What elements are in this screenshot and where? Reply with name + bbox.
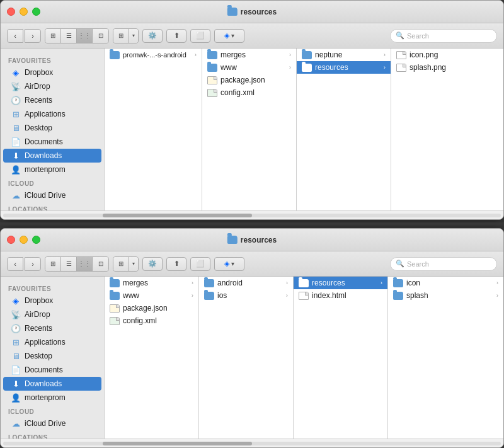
file-item-indexhtml-w2[interactable]: index.html	[294, 289, 387, 302]
share-btn-1[interactable]: ⬆	[166, 29, 186, 43]
column-view-btn-2[interactable]: ⋮⋮	[77, 257, 93, 271]
search-icon-1: 🔍	[396, 32, 404, 40]
window-divider	[0, 222, 504, 226]
file-item-merges-w2[interactable]: merges ›	[105, 277, 198, 289]
file-item-android-w2[interactable]: android ›	[199, 277, 293, 289]
sidebar-item-desktop-2[interactable]: 🖥 Desktop	[3, 349, 101, 363]
file-item-iconpng-w1[interactable]: icon.png	[391, 49, 503, 61]
maximize-button-1[interactable]	[32, 8, 40, 16]
search-box-2[interactable]: 🔍 Search	[390, 257, 497, 271]
file-item-config-w1[interactable]: config.xml	[202, 86, 296, 99]
arrange-dropdown-btn-1[interactable]: ▾	[129, 29, 138, 43]
file-item-neptune-w1[interactable]: neptune ›	[297, 49, 391, 61]
action-btn-2[interactable]: ⚙️	[142, 257, 163, 271]
sidebar-item-downloads-2[interactable]: ⬇ Downloads	[3, 377, 101, 391]
tag-btn-1[interactable]: ⬜	[190, 29, 210, 43]
minimize-button-2[interactable]	[20, 236, 28, 244]
sidebar-item-icloud-1[interactable]: ☁ iCloud Drive	[3, 188, 101, 202]
back-button-1[interactable]: ‹	[7, 29, 23, 43]
file-item-splash-w2[interactable]: splash ›	[388, 289, 503, 302]
sidebar-item-mortenprom-2[interactable]: 👤 mortenprom	[3, 391, 101, 405]
dropbox-btn-2[interactable]: ◈ ▾	[214, 257, 244, 271]
file-item-package-w2[interactable]: package.json	[105, 302, 198, 314]
icon-view-btn-1[interactable]: ⊞	[45, 29, 61, 43]
folder-icon-merges-w1	[207, 51, 217, 59]
file-item-config-w2[interactable]: config.xml	[105, 314, 198, 327]
folder-icon-android-w2	[204, 279, 214, 287]
file-item-resources-w2[interactable]: resources ›	[294, 277, 387, 289]
sidebar-item-dropbox-2[interactable]: ◈ Dropbox	[3, 294, 101, 307]
dropbox-icon-2: ◈	[224, 260, 229, 268]
dropbox-sidebar-icon-1: ◈	[11, 67, 21, 78]
scrollbar-2[interactable]	[1, 439, 503, 447]
title-bar-2: resources	[1, 229, 503, 251]
icon-view-btn-2[interactable]: ⊞	[45, 257, 61, 271]
applications-icon-2: ⊞	[11, 337, 21, 347]
column-1-w1: promwk-...-s-android ›	[105, 49, 202, 210]
cover-view-btn-1[interactable]: ⊡	[93, 29, 108, 43]
list-view-btn-1[interactable]: ☰	[61, 29, 77, 43]
arrange-dropdown-btn-2[interactable]: ▾	[129, 257, 138, 271]
scrollbar-thumb-1	[103, 214, 252, 217]
share-btn-2[interactable]: ⬆	[166, 257, 186, 271]
sidebar-item-desktop-1[interactable]: 🖥 Desktop	[3, 121, 101, 135]
close-button-2[interactable]	[7, 236, 15, 244]
downloads-icon-1: ⬇	[11, 151, 21, 161]
scrollbar-thumb-2	[103, 442, 252, 445]
column-2-w2: android › ios ›	[199, 277, 294, 439]
tag-btn-2[interactable]: ⬜	[190, 257, 210, 271]
file-item-icon-w2[interactable]: icon ›	[388, 277, 503, 289]
sidebar-item-applications-1[interactable]: ⊞ Applications	[3, 107, 101, 121]
sidebar-item-documents-2[interactable]: 📄 Documents	[3, 363, 101, 377]
sidebar-item-documents-1[interactable]: 📄 Documents	[3, 135, 101, 149]
view-btn-group2-1: ⊞ ▾	[113, 28, 139, 43]
file-icon-iconpng-w1	[396, 51, 406, 59]
sidebar-item-airdrop-1[interactable]: 📡 AirDrop	[3, 79, 101, 93]
action-btn-1[interactable]: ⚙️	[142, 29, 163, 43]
icloud-icon-2: ☁	[11, 418, 21, 428]
maximize-button-2[interactable]	[32, 236, 40, 244]
column-view-btn-1[interactable]: ⋮⋮	[77, 29, 93, 43]
cover-view-btn-2[interactable]: ⊡	[93, 257, 108, 271]
search-box-1[interactable]: 🔍 Search	[390, 29, 497, 43]
documents-icon-2: 📄	[11, 365, 21, 375]
forward-button-1[interactable]: ›	[25, 29, 41, 43]
file-item-www-w1[interactable]: www ›	[202, 61, 296, 74]
sidebar-item-recents-1[interactable]: 🕐 Recents	[3, 93, 101, 107]
file-item-package-w1[interactable]: package.json	[202, 74, 296, 86]
arrange-btn-1[interactable]: ⊞	[113, 29, 129, 43]
dropbox-btn-1[interactable]: ◈ ▾	[214, 29, 244, 43]
chevron-www-w2: ›	[192, 292, 193, 299]
sidebar-item-airdrop-2[interactable]: 📡 AirDrop	[3, 307, 101, 321]
file-item-www-w2[interactable]: www ›	[105, 289, 198, 302]
arrange-btn-2[interactable]: ⊞	[113, 257, 129, 271]
sidebar-item-icloud-2[interactable]: ☁ iCloud Drive	[3, 416, 101, 430]
file-item-resources-w1[interactable]: resources ›	[297, 61, 391, 74]
folder-icon-splash-w2	[393, 292, 403, 300]
minimize-button-1[interactable]	[20, 8, 28, 16]
file-item-splashpng-w1[interactable]: splash.png	[391, 61, 503, 74]
file-item-promwk[interactable]: promwk-...-s-android ›	[105, 49, 202, 61]
file-icon-package-w2	[110, 304, 120, 313]
forward-button-2[interactable]: ›	[25, 257, 41, 271]
file-icon-splashpng-w1	[396, 64, 406, 72]
chevron-android-w2: ›	[286, 280, 288, 286]
scrollbar-1[interactable]	[1, 210, 503, 219]
file-item-merges-w1[interactable]: merges ›	[202, 49, 296, 61]
user-icon-2: 👤	[11, 393, 21, 403]
close-button-1[interactable]	[7, 8, 15, 16]
view-btn-group-1: ⊞ ☰ ⋮⋮ ⊡	[45, 28, 109, 43]
chevron-merges-w2: ›	[192, 280, 193, 286]
column-4-w1: icon.png splash.png	[391, 49, 503, 210]
file-item-ios-w2[interactable]: ios ›	[199, 289, 293, 302]
sidebar-item-downloads-1[interactable]: ⬇ Downloads	[3, 149, 101, 163]
back-button-2[interactable]: ‹	[7, 257, 23, 271]
list-view-btn-2[interactable]: ☰	[61, 257, 77, 271]
sidebar-item-dropbox-1[interactable]: ◈ Dropbox	[3, 66, 101, 79]
sidebar-item-applications-2[interactable]: ⊞ Applications	[3, 335, 101, 349]
documents-icon-1: 📄	[11, 137, 21, 147]
sidebar-item-mortenprom-1[interactable]: 👤 mortenprom	[3, 163, 101, 176]
folder-icon-resources-w2	[299, 279, 309, 287]
sidebar-item-recents-2[interactable]: 🕐 Recents	[3, 321, 101, 335]
column-4-w2: icon › splash ›	[388, 277, 503, 439]
